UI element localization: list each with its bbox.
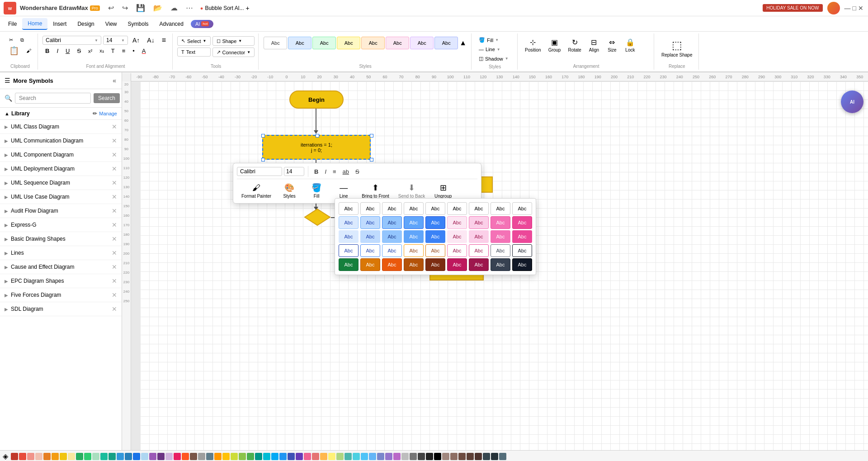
color-blue-gray-darker[interactable] (491, 453, 498, 460)
color-amber[interactable] (214, 453, 222, 460)
color-purple-light[interactable] (385, 453, 392, 460)
style-swatch-4[interactable]: Abc (337, 37, 360, 49)
ft-font-input[interactable] (237, 167, 282, 176)
swatch-2-2[interactable]: Abc (360, 216, 380, 229)
close-icon[interactable]: ✕ (112, 249, 117, 257)
shape-begin[interactable]: Begin (289, 90, 344, 109)
menu-file[interactable]: File (3, 19, 22, 29)
close-icon[interactable]: ✕ (112, 207, 117, 214)
size-selector[interactable]: 14 ▼ (103, 36, 128, 45)
redo-btn[interactable]: ↪ (119, 3, 131, 13)
color-cyan[interactable] (263, 453, 270, 460)
add-tab-btn[interactable]: + (246, 5, 250, 12)
close-icon[interactable]: ✕ (112, 151, 117, 158)
swatch-4-8[interactable]: Abc (491, 244, 510, 257)
style-swatch-7[interactable]: Abc (410, 37, 434, 49)
menu-design[interactable]: Design (72, 19, 99, 29)
line-btn[interactable]: — Line ▼ (476, 46, 511, 53)
fill-picker-icon[interactable]: ◈ (3, 452, 8, 461)
select-btn[interactable]: ↖ Select ▼ (177, 36, 211, 46)
close-icon[interactable]: ✕ (112, 193, 117, 200)
color-light-green2[interactable] (239, 453, 246, 460)
color-teal[interactable] (100, 453, 108, 460)
color-google-blue[interactable] (133, 453, 140, 460)
ft-send-back-btn[interactable]: ⬇ Send to Back (394, 181, 429, 200)
swatch-3-3[interactable]: Abc (382, 230, 402, 243)
color-black-soft[interactable] (426, 453, 433, 460)
rotate-btn[interactable]: ↻ Rotate (565, 36, 584, 54)
list-btn[interactable]: ≡ (119, 47, 128, 55)
swatch-5-9[interactable]: Abc (512, 258, 532, 271)
swatch-5-1[interactable]: Abc (339, 258, 359, 271)
sidebar-collapse-btn[interactable]: « (112, 76, 117, 85)
swatch-1-6[interactable]: Abc (447, 202, 467, 215)
holiday-btn[interactable]: HOLIDAY SALE ON NOW (763, 4, 822, 12)
color-sky-light[interactable] (361, 453, 368, 460)
lib-item-cause[interactable]: ▶ Cause and Effect Diagram ✕ (0, 260, 122, 274)
increase-font-btn[interactable]: A↑ (130, 36, 142, 45)
swatch-3-9[interactable]: Abc (512, 230, 532, 243)
text-btn[interactable]: T Text (177, 48, 211, 57)
swatch-2-5[interactable]: Abc (425, 216, 445, 229)
color-blue-gray-dark[interactable] (483, 453, 490, 460)
color-indigo[interactable] (288, 453, 295, 460)
shape-diamond-1[interactable] (304, 208, 331, 226)
search-input[interactable] (15, 93, 91, 104)
cut-btn[interactable]: ✂ (6, 36, 16, 44)
close-icon[interactable]: ✕ (112, 277, 117, 285)
close-icon[interactable]: ✕ (112, 137, 117, 144)
color-brown-light[interactable] (442, 453, 449, 460)
style-swatch-2[interactable]: Abc (288, 37, 311, 49)
close-icon[interactable]: ✕ (112, 235, 117, 242)
bullet-btn[interactable]: • (130, 47, 137, 55)
shape-init[interactable]: iterrations = 1;j = 0; (262, 135, 371, 160)
close-icon[interactable]: ✕ (112, 179, 117, 186)
ft-bring-front-btn[interactable]: ⬆ Bring to Front (357, 181, 394, 200)
format-painter-btn[interactable]: 🖌 (24, 47, 34, 54)
color-gray-dark[interactable] (418, 453, 425, 460)
color-btn[interactable]: A (139, 47, 149, 55)
swatch-3-5[interactable]: Abc (425, 230, 445, 243)
ft-strike-btn[interactable]: S (353, 167, 362, 176)
italic-btn[interactable]: I (54, 47, 61, 55)
lock-btn[interactable]: 🔒 Lock (622, 36, 638, 54)
color-teal2[interactable] (255, 453, 262, 460)
menu-ai[interactable]: AI hot (191, 20, 214, 28)
save-btn[interactable]: 💾 (133, 3, 148, 13)
lib-item-uml-comp[interactable]: ▶ UML Component Diagram ✕ (0, 148, 122, 162)
swatch-4-3[interactable]: Abc (382, 244, 402, 257)
ai-floating-btn[interactable]: AI (841, 90, 863, 113)
swatch-5-8[interactable]: Abc (491, 258, 510, 271)
swatch-3-1[interactable]: Abc (339, 230, 359, 243)
lib-item-uml-class[interactable]: ▶ UML Class Diagram ✕ (0, 120, 122, 134)
share-cloud-btn[interactable]: ☁ (168, 3, 180, 13)
swatch-2-8[interactable]: Abc (491, 216, 510, 229)
color-sky[interactable] (271, 453, 278, 460)
color-yellow-orange[interactable] (52, 453, 59, 460)
color-lime[interactable] (231, 453, 238, 460)
color-light-yellow[interactable] (68, 453, 75, 460)
swatch-2-4[interactable]: Abc (404, 216, 424, 229)
color-teal-light[interactable] (344, 453, 352, 460)
swatch-5-2[interactable]: Abc (360, 258, 380, 271)
menu-home[interactable]: Home (22, 18, 47, 30)
lib-item-basic[interactable]: ▶ Basic Drawing Shapes ✕ (0, 232, 122, 246)
swatch-1-7[interactable]: Abc (469, 202, 489, 215)
subscript-btn[interactable]: x₂ (97, 47, 107, 55)
color-verylight-red[interactable] (35, 453, 42, 460)
swatch-3-4[interactable]: Abc (404, 230, 424, 243)
close-btn[interactable]: ✕ (857, 4, 864, 13)
color-dark-teal[interactable] (108, 453, 116, 460)
ft-italic-btn[interactable]: I (322, 167, 329, 176)
lib-item-lines[interactable]: ▶ Lines ✕ (0, 246, 122, 260)
ft-align-btn[interactable]: ≡ (330, 167, 339, 176)
color-blue-light2[interactable] (369, 453, 376, 460)
ft-ungroup-btn[interactable]: ⊞ Ungroup (429, 181, 457, 200)
color-black[interactable] (434, 453, 441, 460)
swatch-5-7[interactable]: Abc (469, 258, 489, 271)
swatch-1-4[interactable]: Abc (404, 202, 424, 215)
color-pink[interactable] (174, 453, 181, 460)
color-brown[interactable] (190, 453, 197, 460)
lib-item-audit[interactable]: ▶ Audit Flow Diagram ✕ (0, 204, 122, 218)
color-cyan-light[interactable] (353, 453, 360, 460)
